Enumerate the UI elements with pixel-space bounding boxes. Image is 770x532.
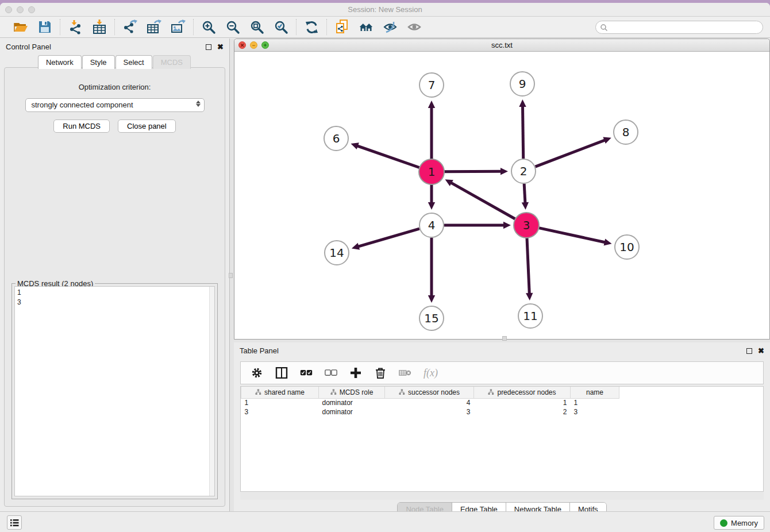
maximize-window-button[interactable] [28, 6, 35, 13]
task-history-button[interactable] [7, 515, 22, 530]
import-table-icon[interactable] [92, 20, 107, 34]
column-header-label: shared name [264, 388, 305, 396]
column-header[interactable]: MCDS role [319, 387, 385, 398]
panel-splitter-handle[interactable] [229, 273, 233, 278]
import-network-icon[interactable] [68, 20, 83, 34]
run-mcds-button[interactable]: Run MCDS [53, 119, 110, 133]
table-cell[interactable]: 3 [385, 407, 474, 417]
column-header[interactable]: predecessor nodes [474, 387, 571, 398]
graph-edge-arrowhead [519, 99, 526, 107]
optimization-criterion-label: Optimization criterion: [11, 83, 218, 91]
titlebar: Session: New Session [0, 3, 770, 17]
node-table[interactable]: shared nameMCDS rolesuccessor nodesprede… [240, 386, 764, 492]
table-cell-filler [619, 398, 764, 407]
criterion-dropdown[interactable]: strongly connected component [25, 98, 205, 112]
select-all-checkboxes-icon[interactable] [300, 367, 313, 379]
graph-node-label: 1 [428, 165, 436, 179]
table-row[interactable]: 3dominator323 [241, 407, 764, 417]
table-row[interactable]: 1dominator411 [241, 398, 764, 407]
graph-edge[interactable] [444, 171, 502, 172]
graph-edge[interactable] [357, 146, 419, 168]
export-network-icon[interactable] [122, 20, 137, 34]
memory-button[interactable]: Memory [714, 516, 764, 530]
table-cell[interactable]: 1 [241, 398, 319, 407]
export-table-icon[interactable] [147, 20, 161, 34]
open-session-icon[interactable] [13, 20, 28, 34]
graph-edge-arrowhead [428, 202, 435, 210]
function-builder-icon[interactable]: f(x) [424, 367, 438, 379]
table-cell[interactable]: 3 [241, 407, 319, 417]
graph-edge[interactable] [524, 184, 525, 203]
add-column-icon[interactable] [349, 367, 362, 379]
table-close-icon[interactable]: ✖ [758, 348, 764, 354]
search-input[interactable] [608, 24, 752, 32]
clone-network-icon[interactable] [334, 20, 349, 34]
graph-node-label: 2 [520, 164, 528, 178]
control-panel: Control Panel ✖ Network Style Select MCD… [0, 38, 230, 511]
graph-edge-arrowhead [522, 202, 529, 210]
hide-selected-icon[interactable] [383, 20, 398, 34]
table-hscrollbar[interactable] [240, 492, 764, 500]
close-panel-button[interactable]: Close panel [118, 119, 176, 133]
network-close-button[interactable]: ✕ [238, 41, 246, 49]
graph-edge[interactable] [536, 140, 606, 167]
table-cell[interactable]: 3 [571, 407, 619, 417]
graph-node-label: 3 [523, 218, 530, 232]
network-resize-grip[interactable] [502, 336, 507, 341]
network-window-titlebar[interactable]: ✕ − + scc.txt [234, 39, 769, 52]
graph-node-label: 8 [622, 125, 630, 139]
network-maximize-button[interactable]: + [261, 41, 269, 49]
graph-edge[interactable] [523, 106, 523, 159]
main-toolbar [0, 17, 770, 38]
table-panel-title: Table Panel [240, 346, 746, 355]
refresh-icon[interactable] [304, 20, 319, 34]
table-cell[interactable]: 1 [571, 398, 619, 407]
table-cell[interactable]: 2 [474, 407, 571, 417]
column-header[interactable]: shared name [241, 387, 319, 398]
network-minimize-button[interactable]: − [250, 41, 257, 49]
table-cell[interactable]: 4 [385, 398, 474, 407]
table-cell-filler [619, 407, 764, 417]
table-float-icon[interactable] [746, 348, 752, 354]
export-image-icon[interactable] [171, 20, 186, 34]
delete-column-icon[interactable] [374, 367, 387, 379]
table-cell[interactable]: 1 [474, 398, 571, 407]
zoom-fit-icon[interactable] [249, 20, 264, 34]
graph-edge[interactable] [538, 228, 605, 242]
tab-select[interactable]: Select [116, 55, 152, 69]
close-window-button[interactable] [5, 6, 12, 13]
hierarchy-icon [488, 389, 494, 395]
zoom-out-icon[interactable] [225, 20, 240, 34]
settings-gear-icon[interactable] [251, 367, 263, 379]
tab-network[interactable]: Network [38, 55, 82, 69]
delete-table-icon[interactable] [399, 367, 411, 379]
graph-edge[interactable] [357, 229, 419, 246]
zoom-selected-icon[interactable] [274, 20, 288, 34]
graph-edge[interactable] [451, 183, 515, 219]
tab-mcds[interactable]: MCDS [153, 55, 191, 69]
table-header-row[interactable]: shared nameMCDS rolesuccessor nodesprede… [241, 387, 764, 398]
network-canvas[interactable]: 7968124314101511 [234, 52, 769, 338]
mcds-result-fieldset: MCDS result (2 nodes) 1 3 [11, 283, 218, 499]
column-header[interactable]: name [571, 387, 619, 398]
mcds-result-textarea[interactable]: 1 3 [14, 286, 215, 496]
table-cell[interactable]: dominator [319, 407, 385, 417]
show-all-icon[interactable] [407, 20, 422, 34]
deselect-all-checkboxes-icon[interactable] [325, 367, 337, 379]
column-header[interactable]: successor nodes [385, 387, 474, 398]
minimize-window-button[interactable] [17, 6, 24, 13]
graph-edge-arrowhead [604, 238, 612, 245]
first-neighbors-icon[interactable] [359, 20, 374, 34]
result-scrollbar[interactable] [209, 287, 214, 496]
zoom-in-icon[interactable] [201, 20, 216, 34]
table-cell[interactable]: dominator [319, 398, 385, 407]
save-session-icon[interactable] [37, 20, 52, 34]
close-panel-icon[interactable]: ✖ [217, 44, 224, 50]
float-panel-icon[interactable] [206, 44, 211, 50]
search-box[interactable] [595, 21, 763, 34]
column-layout-icon[interactable] [275, 367, 288, 379]
memory-status-icon [720, 519, 727, 527]
graph-edge[interactable] [527, 238, 529, 294]
table-body: 1dominator4113dominator323 [241, 398, 764, 417]
tab-style[interactable]: Style [82, 55, 115, 69]
